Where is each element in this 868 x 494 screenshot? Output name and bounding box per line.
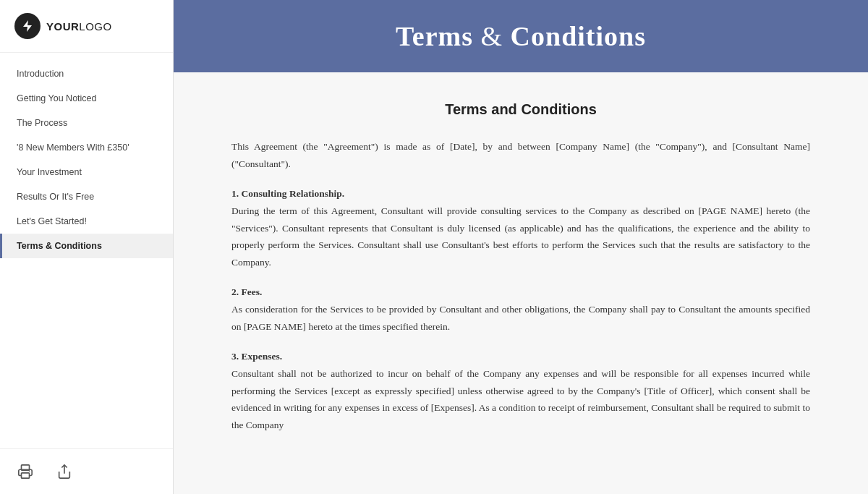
svg-rect-2 — [22, 473, 30, 478]
page-header-title: Terms & Conditions — [203, 20, 839, 52]
section-heading-3: 3. Expenses. — [231, 351, 282, 362]
content-body: This Agreement (the "Agreement") is made… — [231, 138, 810, 433]
section-1: 1. Consulting Relationship.During the te… — [231, 185, 810, 271]
logo-text: YOURLOGO — [46, 20, 112, 33]
sidebar-item-terms-conditions[interactable]: Terms & Conditions — [0, 234, 173, 258]
section-2: 2. Fees.As consideration for the Service… — [231, 284, 810, 335]
sidebar-item-results-or-free[interactable]: Results Or It's Free — [0, 184, 173, 209]
logo-icon — [14, 13, 41, 39]
sidebar-item-lets-get-started[interactable]: Let's Get Started! — [0, 209, 173, 234]
sidebar-item-8-new-members[interactable]: '8 New Members With £350' — [0, 135, 173, 160]
print-button[interactable] — [14, 461, 36, 482]
sidebar-item-getting-you-noticed[interactable]: Getting You Noticed — [0, 86, 173, 111]
sidebar-item-the-process[interactable]: The Process — [0, 111, 173, 135]
sections-container: 1. Consulting Relationship.During the te… — [231, 185, 810, 433]
sidebar-nav: IntroductionGetting You NoticedThe Proce… — [0, 53, 173, 448]
section-3: 3. Expenses.Consultant shall not be auth… — [231, 348, 810, 433]
logo-area: YOURLOGO — [0, 0, 173, 53]
intro-paragraph: This Agreement (the "Agreement") is made… — [231, 138, 810, 172]
svg-point-3 — [29, 470, 30, 472]
main-content: Terms & Conditions Terms and Conditions … — [174, 0, 868, 494]
content-title: Terms and Conditions — [231, 101, 810, 118]
header-banner: Terms & Conditions — [174, 0, 868, 72]
content-area: Terms and Conditions This Agreement (the… — [174, 72, 868, 494]
sidebar: YOURLOGO IntroductionGetting You Noticed… — [0, 0, 174, 494]
share-button[interactable] — [54, 461, 75, 482]
sidebar-item-your-investment[interactable]: Your Investment — [0, 160, 173, 184]
sidebar-actions — [0, 448, 173, 494]
section-heading-2: 2. Fees. — [231, 286, 262, 297]
svg-marker-0 — [23, 20, 32, 32]
section-heading-1: 1. Consulting Relationship. — [231, 188, 344, 199]
sidebar-item-introduction[interactable]: Introduction — [0, 61, 173, 86]
